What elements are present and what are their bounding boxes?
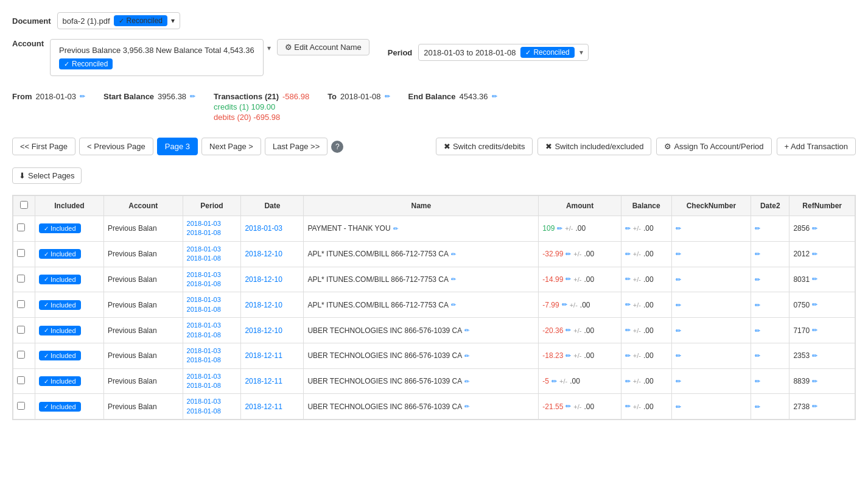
name-edit-icon[interactable]: ✏ (451, 301, 456, 308)
row-included-cell[interactable]: ✓ Included (35, 241, 103, 267)
date2-edit-icon[interactable]: ✏ (755, 403, 760, 410)
period-dropdown-arrow[interactable]: ▾ (579, 48, 583, 57)
name-edit-icon[interactable]: ✏ (464, 378, 469, 385)
row-checkbox[interactable] (17, 326, 25, 334)
edit-account-name-button[interactable]: ⚙ Edit Account Name (277, 39, 369, 55)
balance-edit-icon[interactable]: ✏ (625, 402, 631, 410)
balance-edit-icon[interactable]: ✏ (625, 352, 631, 360)
amount-edit-icon[interactable]: ✏ (565, 352, 571, 360)
to-date-edit-icon[interactable]: ✏ (385, 93, 390, 100)
row-included-cell[interactable]: ✓ Included (35, 292, 103, 318)
balance-plus-minus[interactable]: +/- (633, 250, 641, 258)
check-number-edit-icon[interactable]: ✏ (676, 352, 681, 359)
row-included-cell[interactable]: ✓ Included (35, 368, 103, 394)
ref-edit-icon[interactable]: ✏ (812, 275, 817, 283)
amount-edit-icon[interactable]: ✏ (551, 377, 557, 385)
amount-plus-minus[interactable]: +/- (565, 225, 573, 232)
assign-account-period-button[interactable]: ⚙ Assign To Account/Period (656, 138, 771, 155)
balance-edit-icon[interactable]: ✏ (625, 275, 631, 283)
date2-edit-icon[interactable]: ✏ (755, 225, 760, 232)
row-included-cell[interactable]: ✓ Included (35, 318, 103, 343)
date2-edit-icon[interactable]: ✏ (755, 301, 760, 309)
select-all-checkbox[interactable] (20, 201, 28, 209)
switch-credits-debits-button[interactable]: ✖ Switch credits/debits (436, 138, 533, 155)
switch-included-excluded-button[interactable]: ✖ Switch included/excluded (537, 138, 651, 155)
check-number-edit-icon[interactable]: ✏ (676, 301, 681, 309)
name-edit-icon[interactable]: ✏ (393, 225, 398, 232)
balance-plus-minus[interactable]: +/- (633, 225, 641, 232)
document-dropdown-arrow[interactable]: ▾ (171, 16, 175, 25)
balance-edit-icon[interactable]: ✏ (625, 326, 631, 334)
amount-edit-icon[interactable]: ✏ (562, 301, 567, 309)
included-badge[interactable]: ✓ Included (39, 402, 81, 412)
balance-plus-minus[interactable]: +/- (633, 403, 641, 410)
ref-edit-icon[interactable]: ✏ (812, 377, 817, 385)
amount-edit-icon[interactable]: ✏ (565, 326, 571, 334)
row-checkbox[interactable] (17, 351, 25, 359)
help-icon[interactable]: ? (331, 141, 343, 153)
included-badge[interactable]: ✓ Included (39, 351, 81, 360)
start-balance-edit-icon[interactable]: ✏ (190, 93, 195, 100)
next-page-button[interactable]: Next Page > (201, 138, 261, 155)
amount-plus-minus[interactable]: +/- (573, 403, 581, 410)
date2-edit-icon[interactable]: ✏ (755, 352, 760, 359)
current-page-button[interactable]: Page 3 (157, 138, 198, 155)
row-included-cell[interactable]: ✓ Included (35, 267, 103, 292)
amount-edit-icon[interactable]: ✏ (565, 250, 571, 258)
select-pages-button[interactable]: ⬇ Select Pages (12, 167, 82, 184)
add-transaction-button[interactable]: + Add Transaction (777, 138, 856, 155)
from-date-edit-icon[interactable]: ✏ (80, 93, 85, 100)
name-edit-icon[interactable]: ✏ (451, 251, 456, 258)
included-badge[interactable]: ✓ Included (39, 376, 81, 386)
amount-plus-minus[interactable]: +/- (573, 276, 581, 283)
included-badge[interactable]: ✓ Included (39, 275, 81, 284)
amount-plus-minus[interactable]: +/- (559, 377, 567, 385)
amount-edit-icon[interactable]: ✏ (565, 275, 571, 283)
name-edit-icon[interactable]: ✏ (451, 276, 456, 283)
prev-page-button[interactable]: < Previous Page (79, 138, 153, 155)
balance-edit-icon[interactable]: ✏ (625, 301, 631, 309)
name-edit-icon[interactable]: ✏ (464, 327, 469, 334)
row-checkbox[interactable] (17, 376, 25, 384)
ref-edit-icon[interactable]: ✏ (812, 326, 817, 334)
account-dropdown-arrow[interactable]: ▾ (267, 44, 271, 52)
check-number-edit-icon[interactable]: ✏ (676, 276, 681, 283)
date2-edit-icon[interactable]: ✏ (755, 377, 760, 385)
first-page-button[interactable]: << First Page (12, 138, 75, 155)
ref-edit-icon[interactable]: ✏ (812, 352, 817, 360)
ref-edit-icon[interactable]: ✏ (812, 250, 817, 258)
period-selector[interactable]: 2018-01-03 to 2018-01-08 ✓ Reconciled ▾ (418, 44, 588, 61)
name-edit-icon[interactable]: ✏ (464, 403, 469, 410)
ref-edit-icon[interactable]: ✏ (812, 402, 817, 410)
check-number-edit-icon[interactable]: ✏ (676, 403, 681, 410)
balance-edit-icon[interactable]: ✏ (625, 250, 631, 258)
row-checkbox[interactable] (17, 300, 25, 308)
ref-edit-icon[interactable]: ✏ (812, 225, 817, 233)
row-checkbox[interactable] (17, 249, 25, 257)
date2-edit-icon[interactable]: ✏ (755, 327, 760, 334)
row-checkbox[interactable] (17, 223, 25, 231)
check-number-edit-icon[interactable]: ✏ (676, 377, 681, 385)
row-included-cell[interactable]: ✓ Included (35, 216, 103, 242)
end-balance-edit-icon[interactable]: ✏ (492, 93, 497, 100)
balance-plus-minus[interactable]: +/- (633, 327, 641, 334)
balance-plus-minus[interactable]: +/- (633, 276, 641, 283)
included-badge[interactable]: ✓ Included (39, 223, 81, 233)
last-page-button[interactable]: Last Page >> (265, 138, 327, 155)
row-included-cell[interactable]: ✓ Included (35, 343, 103, 368)
amount-plus-minus[interactable]: +/- (573, 250, 581, 258)
balance-plus-minus[interactable]: +/- (633, 352, 641, 359)
document-selector[interactable]: bofa-2 (1).pdf ✓ Reconciled ▾ (57, 12, 180, 29)
amount-edit-icon[interactable]: ✏ (557, 225, 562, 233)
date2-edit-icon[interactable]: ✏ (755, 250, 760, 258)
check-number-edit-icon[interactable]: ✏ (676, 225, 681, 232)
balance-plus-minus[interactable]: +/- (633, 301, 641, 309)
amount-plus-minus[interactable]: +/- (570, 301, 578, 309)
name-edit-icon[interactable]: ✏ (464, 353, 469, 359)
included-badge[interactable]: ✓ Included (39, 249, 81, 259)
ref-edit-icon[interactable]: ✏ (812, 301, 817, 309)
included-badge[interactable]: ✓ Included (39, 326, 81, 335)
date2-edit-icon[interactable]: ✏ (755, 276, 760, 283)
balance-edit-icon[interactable]: ✏ (625, 377, 631, 385)
row-included-cell[interactable]: ✓ Included (35, 394, 103, 420)
